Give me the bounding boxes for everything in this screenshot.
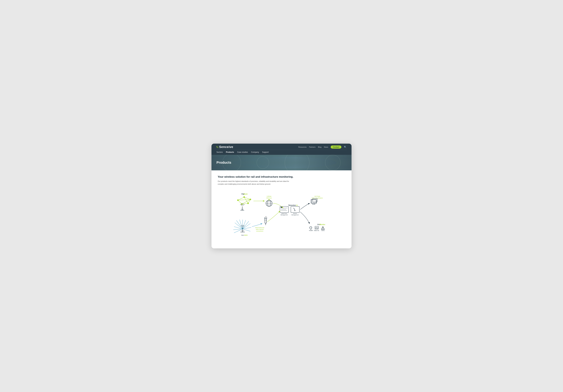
logo-dot-1 (217, 146, 217, 147)
logo-dot-3 (217, 147, 217, 148)
diagram-svg: Flat Mesh (218, 189, 345, 242)
data-vis-icon (315, 226, 318, 229)
cable-icon (264, 218, 267, 225)
geowan-text-1: Geo (241, 234, 244, 236)
nav-sectors-link[interactable]: Sectors (217, 151, 223, 153)
nav-products-link[interactable]: Products (226, 151, 234, 153)
mesh-node-2 (243, 196, 245, 198)
browser-window: Senceive Resources Partners Blog News Co… (211, 144, 352, 248)
svg-rect-19 (269, 200, 270, 200)
logo-dots (217, 146, 218, 148)
svg-point-32 (294, 210, 295, 211)
nav-bottom-row: Sectors Products Case studies Company Su… (217, 150, 346, 155)
nav-top-row: Senceive Resources Partners Blog News Co… (217, 144, 346, 150)
senceive-io-label-2: .io (296, 204, 298, 206)
nav-news-link[interactable]: News (324, 146, 328, 148)
svg-line-42 (243, 220, 246, 229)
svg-line-5 (238, 199, 250, 200)
mesh-node-4 (247, 203, 249, 204)
globe-icon (266, 199, 272, 207)
device-mgmt-label: Device (293, 213, 297, 214)
navigation-bar: Senceive Resources Partners Blog News Co… (211, 144, 352, 155)
flatmesh-antenna (240, 204, 244, 210)
senceive-io-label: Senceive (288, 204, 296, 206)
wired-group: or Wired ethernet/ other internet conne (255, 211, 280, 232)
flatmesh-label-2: Mesh (243, 193, 248, 195)
flatmesh-group: Flat Mesh (237, 193, 264, 210)
nav-company-link[interactable]: Company (251, 151, 259, 153)
geowan-antenna (233, 220, 251, 233)
wired-label-2: other internet (256, 229, 264, 230)
nav-case-studies-link[interactable]: Case studies (237, 151, 248, 153)
svg-line-1 (244, 197, 250, 199)
contact-button[interactable]: Contact (331, 146, 341, 149)
logo-dot-4 (218, 147, 218, 148)
tunnel-ring-4 (325, 155, 341, 170)
nav-partners-link[interactable]: Partners (309, 146, 316, 148)
logo[interactable]: Senceive (217, 145, 233, 149)
senceive-io-group: Senceive .io Data Flow Management Device… (280, 204, 299, 216)
data-flow-box (280, 207, 289, 213)
wired-label-3: connections (256, 230, 263, 232)
svg-rect-17 (268, 199, 269, 200)
svg-line-40 (240, 220, 243, 229)
search-icon[interactable]: 🔍 (344, 146, 346, 148)
svg-rect-21 (311, 200, 316, 203)
nav-blog-link[interactable]: Blog (318, 146, 321, 148)
webmonitor-text-2: Monitor (320, 224, 325, 225)
health-icon (310, 227, 312, 229)
svg-point-60 (323, 229, 323, 229)
geowan-text-2: WAN (244, 234, 248, 236)
alerts-icon (321, 226, 324, 229)
product-diagram: Flat Mesh (218, 189, 345, 242)
tagline: Your wireless solution for rail and infr… (218, 175, 345, 178)
health-label: Health (309, 230, 313, 231)
data-vis-label: Data Vis. (314, 230, 319, 231)
data-flow-label: Data Flow (281, 213, 287, 214)
webmonitor-group: Web Monitor (300, 212, 325, 231)
device-mgmt-box (291, 207, 299, 213)
svg-rect-18 (269, 199, 269, 200)
svg-rect-30 (281, 207, 282, 208)
cellular-label: Cellular (267, 196, 271, 197)
svg-rect-31 (291, 207, 299, 213)
tunnel-ring-2 (256, 156, 269, 169)
description: Our products meet the highest standards … (218, 180, 292, 185)
third-party-group: 3rd Party Data Visualisation (300, 196, 323, 209)
hero-tunnel-decoration (211, 155, 352, 170)
wired-label-1: Wired ethernet/ (255, 227, 264, 229)
hero-banner: Products (211, 155, 352, 170)
logo-dot-2 (218, 146, 218, 147)
mesh-node-3 (250, 199, 251, 200)
svg-line-4 (238, 200, 242, 204)
logo-text: Senceive (219, 145, 233, 149)
tunnel-ring-3 (285, 155, 309, 170)
device-mgmt-label-2: Management (292, 214, 299, 216)
cellular-group: Cellular Ethernet (266, 196, 283, 208)
monitor-icon (311, 198, 317, 204)
third-party-label-1: 3rd Party (315, 196, 320, 197)
alerts-label: Alerts (321, 230, 325, 231)
main-content: Your wireless solution for rail and infr… (211, 170, 352, 248)
or-label: or (265, 216, 267, 217)
svg-line-0 (238, 197, 244, 200)
nav-support-link[interactable]: Support (262, 151, 269, 153)
hero-title: Products (217, 160, 231, 165)
mesh-node-1 (237, 199, 239, 201)
nav-resources-link[interactable]: Resources (298, 146, 307, 148)
nav-top-links: Resources Partners Blog News Contact 🔍 (298, 146, 346, 149)
svg-line-43 (243, 221, 249, 229)
ethernet-label: Ethernet (266, 197, 272, 199)
data-flow-label-2: Management (281, 214, 288, 216)
